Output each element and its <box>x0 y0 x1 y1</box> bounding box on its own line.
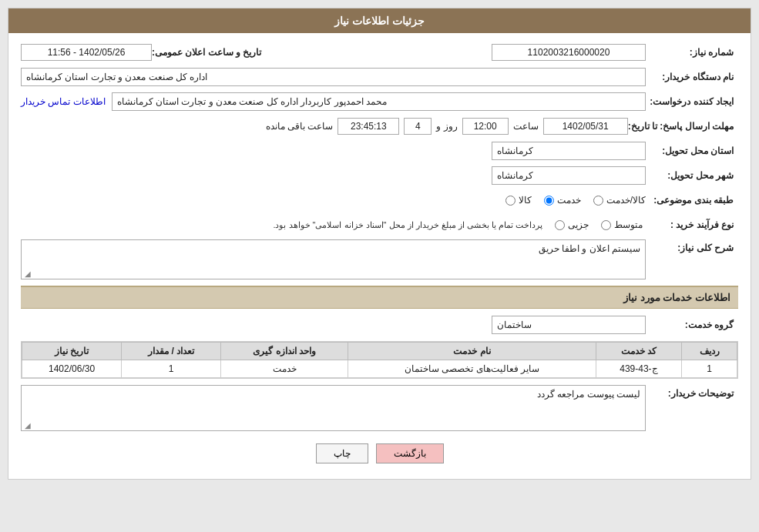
creator-value: محمد احمدپور کاربردار اداره کل صنعت معدن… <box>112 92 646 111</box>
deadline-label: مهلت ارسال پاسخ: تا تاریخ: <box>628 121 738 132</box>
col-header-row: ردیف <box>682 343 737 360</box>
deadline-days: 4 <box>404 118 432 135</box>
cell-unit: خدمت <box>221 360 348 378</box>
category-option-kala-khedmat[interactable]: کالا/خدمت <box>593 195 646 206</box>
cell-row-num: 1 <box>682 360 737 378</box>
creator-contact-link[interactable]: اطلاعات تماس خریدار <box>21 96 106 107</box>
buyer-org-value: اداره کل صنعت معدن و تجارت استان کرمانشا… <box>21 68 646 86</box>
province-value: کرمانشاه <box>492 142 646 160</box>
announcement-label: تاریخ و ساعت اعلان عمومی: <box>152 47 266 58</box>
buyer-notes-textarea[interactable]: لیست پیوست مراجعه گردد ◢ <box>21 385 646 431</box>
action-buttons: بازگشت چاپ <box>21 443 738 463</box>
service-group-value: ساختمان <box>492 316 646 334</box>
deadline-remaining-label: ساعت باقی مانده <box>266 121 334 132</box>
page-title: جزئیات اطلاعات نیاز <box>8 8 751 33</box>
table-row: 1 ج-43-439 سایر فعالیت‌های تخصصی ساختمان… <box>22 360 737 378</box>
purchase-note: پرداخت تمام یا بخشی از مبلغ خریدار از مح… <box>273 220 542 230</box>
cell-qty: 1 <box>122 360 221 378</box>
buyer-notes-label: توضیحات خریدار: <box>646 388 738 399</box>
announcement-value: 1402/05/26 - 11:56 <box>21 44 152 61</box>
purchase-type-radio-group: جزیی متوسط <box>555 219 643 230</box>
col-header-unit: واحد اندازه گیری <box>221 343 348 360</box>
category-option-khedmat[interactable]: خدمت <box>544 195 581 206</box>
city-value: کرمانشاه <box>492 166 646 185</box>
category-label: طبقه بندی موضوعی: <box>646 195 738 206</box>
purchase-option-jozi[interactable]: جزیی <box>555 219 589 230</box>
col-header-date: تاریخ نیاز <box>22 343 122 360</box>
back-button[interactable]: بازگشت <box>376 443 444 463</box>
deadline-remaining: 23:45:13 <box>338 118 399 135</box>
province-label: استان محل تحویل: <box>646 146 738 156</box>
buyer-org-label: نام دستگاه خریدار: <box>646 72 738 82</box>
need-number-value: 1102003216000020 <box>492 44 646 61</box>
resize-handle: ◢ <box>23 269 31 277</box>
services-table: ردیف کد خدمت نام خدمت واحد اندازه گیری ت… <box>21 341 738 379</box>
purchase-type-label: نوع فرآیند خرید : <box>646 219 738 230</box>
services-section-header: اطلاعات خدمات مورد نیاز <box>21 286 738 309</box>
creator-label: ایجاد کننده درخواست: <box>646 96 738 107</box>
description-textarea[interactable]: سیستم اعلان و اطفا حریق ◢ <box>21 239 646 279</box>
cell-date: 1402/06/30 <box>22 360 122 378</box>
cell-code: ج-43-439 <box>596 360 681 378</box>
city-label: شهر محل تحویل: <box>646 170 738 181</box>
deadline-day-label: روز و <box>436 121 457 132</box>
col-header-code: کد خدمت <box>596 343 681 360</box>
service-group-label: گروه خدمت: <box>646 320 738 330</box>
col-header-name: نام خدمت <box>348 343 596 360</box>
description-label: شرح کلی نیاز: <box>646 243 738 253</box>
deadline-time-label: ساعت <box>513 121 539 132</box>
purchase-option-motavaset[interactable]: متوسط <box>601 219 643 230</box>
need-number-label: شماره نیاز: <box>646 47 738 58</box>
category-option-kala[interactable]: کالا <box>505 195 532 206</box>
deadline-date: 1402/05/31 <box>543 118 628 135</box>
deadline-time: 12:00 <box>462 118 509 135</box>
resize-handle-2: ◢ <box>23 421 31 429</box>
category-radio-group: کالا خدمت کالا/خدمت <box>505 195 646 206</box>
col-header-qty: تعداد / مقدار <box>122 343 221 360</box>
print-button[interactable]: چاپ <box>316 443 368 463</box>
cell-name: سایر فعالیت‌های تخصصی ساختمان <box>348 360 596 378</box>
